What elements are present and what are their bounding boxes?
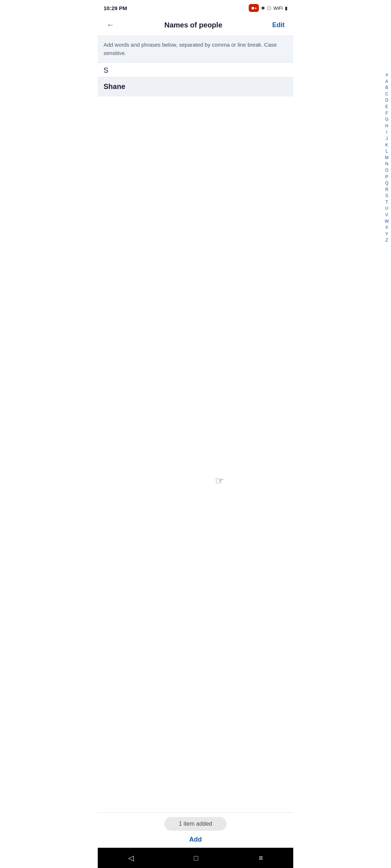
back-button[interactable]: ← [104,19,117,31]
section-header-s: S [98,63,293,77]
bluetooth-icon: ✱ [261,5,265,11]
page-title: Names of people [117,21,269,29]
record-icon: ⏺▶ [249,4,259,12]
toast-text: 1 item added [179,821,213,827]
back-nav-icon[interactable]: ◁ [128,854,134,862]
toast-badge: 1 item added [164,817,227,831]
battery-icon: ▮ [285,5,287,11]
list-item-name: Shane [104,82,125,91]
status-bar: 10:29 PM ⏺▶ ✱ ⬡ WiFi ▮ [98,0,293,16]
status-icons: ⏺▶ ✱ ⬡ WiFi ▮ [249,4,287,12]
info-description: Add words and phrases below, separated b… [104,42,277,56]
edit-button[interactable]: Edit [269,20,287,30]
signal-icon: ⬡ [267,5,271,11]
add-button[interactable]: Add [185,834,206,845]
content-area: S Shane #ABCDEFGHIJKLMNOPQRSTUVWXYZ ☞ [98,63,293,812]
navigation-bar: ← Names of people Edit [98,16,293,36]
menu-nav-icon[interactable]: ≡ [259,854,263,862]
home-nav-icon[interactable]: □ [194,854,198,862]
bottom-area: 1 item added Add [98,812,293,848]
bottom-navigation: ◁ □ ≡ [98,848,293,868]
cursor-indicator: ☞ [215,475,224,487]
wifi-icon: WiFi [273,5,283,11]
status-time: 10:29 PM [104,5,127,11]
list-item[interactable]: Shane [98,77,293,97]
info-banner: Add words and phrases below, separated b… [98,36,293,63]
